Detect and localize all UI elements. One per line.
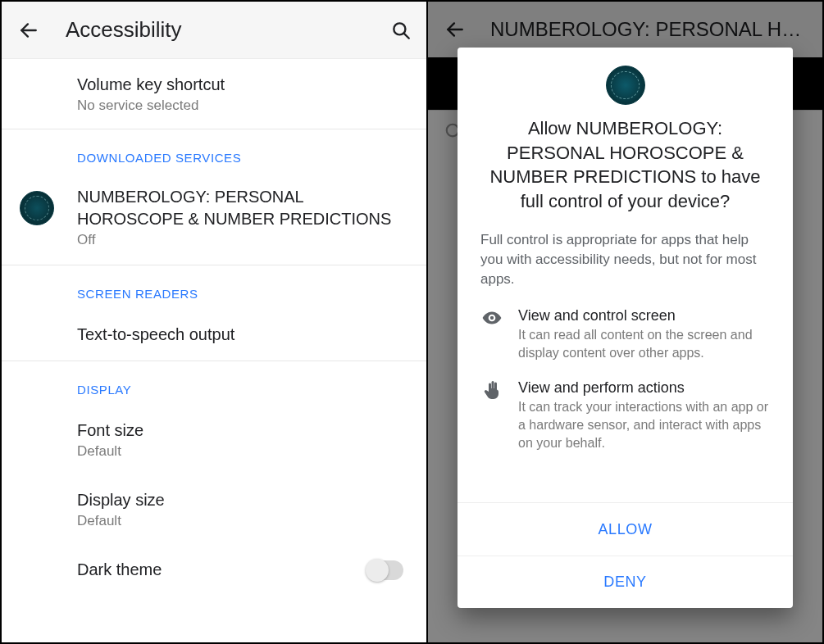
dialog-buttons: ALLOW DENY — [458, 502, 793, 608]
item-title: Volume key shortcut — [77, 74, 408, 96]
item-title: Text-to-speech output — [77, 324, 408, 346]
item-subtitle: Default — [77, 443, 408, 460]
svg-point-5 — [490, 316, 494, 320]
settings-accessibility-screen: Accessibility Volume key shortcut No ser… — [2, 2, 428, 642]
section-screen-readers: SCREEN READERS — [2, 265, 426, 309]
permission-dialog: Allow NUMBEROLOGY: PERSONAL HOROSCOPE & … — [458, 48, 793, 608]
item-subtitle: No service selected — [77, 98, 408, 114]
permission-dialog-screen: NUMBEROLOGY: PERSONAL HO… Allow NUMBEROL… — [428, 2, 822, 642]
item-title: Dark theme — [77, 559, 162, 581]
permission-title: View and control screen — [518, 307, 770, 324]
permission-title: View and perform actions — [518, 379, 770, 397]
item-dark-theme[interactable]: Dark theme — [2, 544, 426, 596]
item-title: Font size — [77, 420, 408, 442]
search-icon[interactable] — [390, 20, 412, 41]
page-title: Accessibility — [66, 17, 390, 43]
item-app-service[interactable]: NUMBEROLOGY: PERSONAL HOROSCOPE & NUMBER… — [2, 173, 426, 265]
back-arrow-icon[interactable] — [18, 20, 39, 41]
app-icon — [606, 66, 645, 105]
item-font-size[interactable]: Font size Default — [2, 405, 426, 474]
permission-view-perform-actions: View and perform actions It can track yo… — [458, 361, 793, 451]
item-title: Display size — [77, 489, 408, 511]
item-display-size[interactable]: Display size Default — [2, 474, 426, 544]
settings-list: Volume key shortcut No service selected … — [2, 59, 426, 596]
dialog-title: Allow NUMBEROLOGY: PERSONAL HOROSCOPE & … — [458, 116, 793, 214]
section-display: DISPLAY — [2, 361, 426, 405]
allow-button[interactable]: ALLOW — [458, 503, 793, 556]
permission-subtitle: It can track your interactions with an a… — [518, 398, 770, 451]
item-subtitle: Off — [77, 232, 408, 248]
item-volume-key-shortcut[interactable]: Volume key shortcut No service selected — [2, 59, 426, 129]
item-title: NUMBEROLOGY: PERSONAL HOROSCOPE & NUMBER… — [77, 186, 408, 230]
hand-icon — [480, 379, 503, 451]
dark-theme-switch[interactable] — [367, 560, 403, 580]
dialog-description: Full control is appropriate for apps tha… — [458, 214, 793, 296]
svg-line-2 — [404, 33, 409, 38]
appbar: Accessibility — [2, 2, 426, 59]
permission-subtitle: It can read all content on the screen an… — [518, 326, 770, 361]
eye-icon — [480, 307, 503, 361]
item-tts-output[interactable]: Text-to-speech output — [2, 309, 426, 361]
deny-button[interactable]: DENY — [458, 556, 793, 608]
section-downloaded-services: DOWNLOADED SERVICES — [2, 129, 426, 173]
permission-view-control-screen: View and control screen It can read all … — [458, 296, 793, 361]
app-icon — [20, 191, 54, 225]
item-subtitle: Default — [77, 513, 408, 529]
